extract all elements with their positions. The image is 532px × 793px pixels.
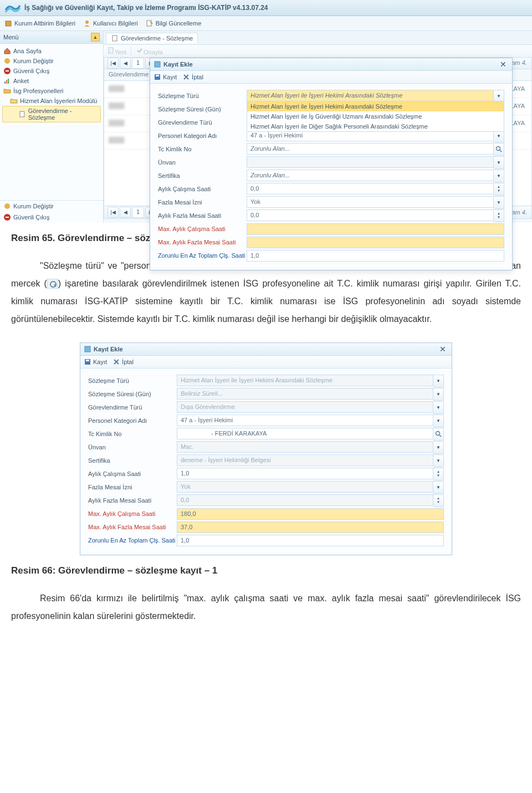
svg-rect-14 bbox=[109, 48, 113, 53]
dialog-close-button[interactable]: ✕ bbox=[498, 60, 509, 69]
label-zorunlu: Zorunlu En Az Toplam Çlş. Saati bbox=[88, 537, 177, 544]
sidebar-collapse-icon[interactable]: ▲ bbox=[91, 33, 100, 42]
dropdown-arrow-icon[interactable]: ▼ bbox=[433, 415, 444, 427]
input-unvan[interactable]: Msc. bbox=[177, 441, 433, 453]
kayit-button[interactable]: Kayıt bbox=[154, 73, 177, 81]
input-sozlesme-suresi[interactable]: Belirsiz Süreli... bbox=[177, 388, 433, 400]
input-fazla-mesai[interactable]: Yok bbox=[247, 196, 494, 208]
dropdown-arrow-icon[interactable]: ▼ bbox=[433, 401, 444, 414]
document-icon bbox=[18, 110, 26, 118]
iptal-button[interactable]: İptal bbox=[112, 358, 134, 366]
paragraph-2: Resim 66'da kırmızı ile belirtilmiş "max… bbox=[11, 590, 521, 625]
folder-open-icon bbox=[10, 97, 18, 105]
pager-first[interactable]: |◀ bbox=[108, 207, 119, 218]
dropdown-option[interactable]: Hizmet Alan İşyeri ile Diğer Sağlık Pers… bbox=[247, 121, 504, 131]
search-icon bbox=[435, 431, 442, 437]
menu-kurum-altbirim[interactable]: Kurum Altbirim Bilgileri bbox=[4, 19, 75, 27]
sidebar-footer: Kurum Değiştir Güvenli Çıkış bbox=[0, 200, 103, 223]
spinner-buttons[interactable]: ▲▼ bbox=[433, 468, 444, 480]
dropdown-arrow-icon[interactable]: ▼ bbox=[433, 481, 444, 494]
nav-isg-profesyonelleri[interactable]: İsg Profesyonelleri bbox=[2, 86, 101, 96]
chart-icon bbox=[3, 77, 11, 85]
exit-icon bbox=[3, 213, 11, 221]
spinner-buttons[interactable]: ▲▼ bbox=[494, 183, 504, 196]
nav-guvenli-cikis[interactable]: Güvenli Çıkış bbox=[2, 66, 101, 76]
input-aylik-calisma[interactable]: 0,0 bbox=[247, 183, 494, 195]
form-icon bbox=[154, 60, 161, 68]
dropdown-arrow-icon[interactable]: ▼ bbox=[433, 441, 444, 454]
dropdown-arrow-icon[interactable]: ▼ bbox=[494, 196, 504, 209]
svg-rect-8 bbox=[8, 79, 9, 84]
label-aylik-fazla: Aylık Fazla Mesai Saati bbox=[88, 497, 177, 504]
input-sozlesme-turu[interactable]: Hizmet Alan İşyeri ile İşyeri Hekimi Ara… bbox=[247, 90, 494, 101]
svg-point-10 bbox=[4, 203, 10, 209]
iptal-button[interactable]: İptal bbox=[182, 73, 203, 81]
sidebar-title: Menü bbox=[3, 34, 19, 40]
label-sertifika: Sertifika bbox=[158, 172, 247, 179]
dialog-titlebar: Kayıt Ekle ✕ bbox=[80, 343, 452, 356]
label-max-aylik: Max. Aylık Çalışma Saati bbox=[88, 510, 177, 517]
svg-point-1 bbox=[85, 21, 89, 24]
svg-rect-17 bbox=[156, 75, 159, 76]
nav-ana-sayfa[interactable]: Ana Sayfa bbox=[2, 46, 101, 56]
input-aylik-fazla[interactable]: 0,0 bbox=[177, 494, 433, 506]
folder-icon bbox=[3, 87, 11, 95]
kayit-button[interactable]: Kayıt bbox=[84, 358, 107, 366]
nav-anket[interactable]: Anket bbox=[2, 76, 101, 86]
input-tc[interactable]: - FERDİ KARAKAYA bbox=[177, 428, 433, 439]
input-sertifika[interactable]: deneme - İşyeri Hekimliği Belgesi bbox=[177, 454, 433, 466]
menu-bilgi-guncelleme[interactable]: Bilgi Güncelleme bbox=[146, 19, 202, 27]
toolbar-onayla[interactable]: Onayla bbox=[136, 47, 163, 55]
input-aylik-calisma[interactable]: 1,0 bbox=[177, 468, 433, 479]
dropdown-arrow-icon[interactable]: ▼ bbox=[433, 454, 444, 467]
spinner-buttons[interactable]: ▲▼ bbox=[433, 494, 444, 507]
menu-bar: Kurum Altbirim Bilgileri Kullanıcı Bilgi… bbox=[0, 16, 532, 31]
toolbar-yeni[interactable]: Yeni bbox=[107, 47, 126, 55]
input-personel-kat[interactable]: 47 a - İşyeri Hekimi bbox=[177, 415, 433, 426]
pager-page-input[interactable]: 1 bbox=[132, 207, 144, 218]
edit-icon bbox=[146, 19, 154, 27]
label-zorunlu: Zorunlu En Az Toplam Çlş. Saati bbox=[158, 252, 247, 259]
dropdown-option[interactable]: Hizmet Alan İşyeri ile İş Güvenliği Uzma… bbox=[247, 111, 504, 121]
input-max-fazla: 37,0 bbox=[177, 521, 444, 533]
nav-hizmet-alan-modulu[interactable]: Hizmet Alan İşyerleri Modülü bbox=[2, 96, 101, 106]
input-fazla-mesai[interactable]: Yok bbox=[177, 481, 433, 493]
dialog-close-button[interactable]: ✕ bbox=[437, 345, 448, 354]
input-sertifika[interactable]: Zorunlu Alan... bbox=[247, 170, 494, 181]
nav-gorevlendirme-sozlesme[interactable]: Görevlendirme - Sözleşme bbox=[2, 106, 101, 122]
nav-kurum-degistir[interactable]: Kurum Değiştir bbox=[2, 56, 101, 66]
dropdown-arrow-icon[interactable]: ▼ bbox=[494, 170, 504, 182]
label-aylik-calisma: Aylık Çalışma Saati bbox=[158, 186, 247, 192]
pager-page-input[interactable]: 1 bbox=[132, 58, 144, 69]
input-tc[interactable]: Zorunlu Alan... bbox=[247, 143, 494, 155]
dropdown-arrow-icon[interactable]: ▼ bbox=[494, 156, 504, 169]
sozlesme-turu-dropdown: Hizmet Alan İşyeri ile İşyeri Hekimi Ara… bbox=[247, 101, 504, 132]
tab-bar: Görevlendirme - Sözleşme bbox=[104, 31, 532, 44]
input-zorunlu: 1,0 bbox=[177, 535, 444, 546]
foot-kurum-degistir[interactable]: Kurum Değiştir bbox=[0, 201, 103, 212]
label-sozlesme-suresi: Sözleşme Süresi (Gün) bbox=[88, 391, 177, 397]
input-aylik-fazla[interactable]: 0,0 bbox=[247, 209, 494, 221]
pager-first[interactable]: |◀ bbox=[108, 58, 119, 69]
input-gorev-turu[interactable]: Dışa Görevlendirme bbox=[177, 401, 433, 413]
dropdown-option[interactable]: Hizmet Alan İşyeri ile İşyeri Hekimi Ara… bbox=[247, 101, 504, 111]
input-sozlesme-turu[interactable]: Hizmet Alan İşyeri ile İşyeri Hekimi Ara… bbox=[177, 375, 433, 386]
search-button[interactable] bbox=[433, 428, 444, 441]
document-icon bbox=[111, 34, 119, 42]
dropdown-arrow-icon[interactable]: ▼ bbox=[433, 388, 444, 401]
label-tc: Tc Kimlik No bbox=[158, 146, 247, 152]
label-max-fazla: Max. Aylık Fazla Mesai Saati bbox=[88, 524, 177, 530]
cancel-icon bbox=[112, 358, 120, 366]
menu-kullanici-bilgileri[interactable]: Kullanıcı Bilgileri bbox=[83, 19, 138, 27]
input-unvan[interactable] bbox=[247, 156, 494, 168]
dropdown-arrow-icon[interactable]: ▼ bbox=[433, 375, 444, 387]
pager-prev[interactable]: ◀ bbox=[120, 207, 131, 218]
foot-guvenli-cikis[interactable]: Güvenli Çıkış bbox=[0, 212, 103, 223]
label-max-aylik: Max. Aylık Çalışma Saati bbox=[158, 226, 247, 232]
svg-rect-20 bbox=[85, 346, 90, 352]
tab-gorevlendirme[interactable]: Görevlendirme - Sözleşme bbox=[106, 33, 198, 43]
label-unvan: Ünvan bbox=[88, 444, 177, 451]
spinner-buttons[interactable]: ▲▼ bbox=[494, 209, 504, 222]
search-button[interactable] bbox=[494, 143, 504, 156]
pager-prev[interactable]: ◀ bbox=[120, 58, 131, 69]
